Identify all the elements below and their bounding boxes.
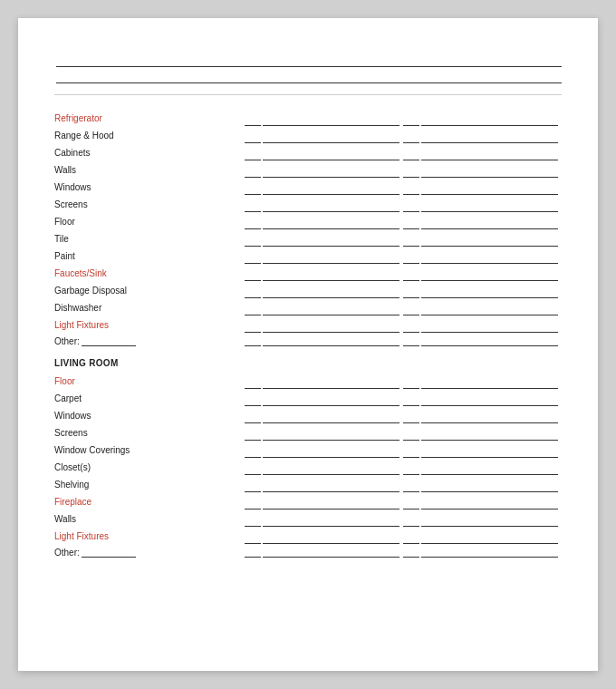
rating-short-line[interactable] [245,464,261,475]
rating-short-line[interactable] [403,184,419,195]
rating-long-line[interactable] [421,499,558,509]
rating-long-line[interactable] [421,184,558,195]
rating-short-line[interactable] [245,481,261,492]
rating-long-line[interactable] [421,395,558,406]
rating-short-line[interactable] [245,201,261,212]
rating-short-line[interactable] [403,150,419,160]
rating-short-line[interactable] [245,378,261,389]
rating-short-line[interactable] [403,447,419,458]
rating-long-line[interactable] [421,270,558,281]
rating-short-line[interactable] [403,533,419,544]
rating-long-line[interactable] [263,287,399,298]
rating-long-line[interactable] [421,547,558,558]
rating-short-line[interactable] [403,132,419,143]
rating-long-line[interactable] [263,547,399,558]
rating-short-line[interactable] [245,516,261,527]
rating-long-line[interactable] [263,305,399,315]
rating-long-line[interactable] [421,150,558,160]
rating-short-line[interactable] [403,201,419,212]
rating-long-line[interactable] [263,533,399,544]
rating-short-line[interactable] [245,533,261,544]
rating-long-line[interactable] [263,395,399,406]
rating-short-line[interactable] [245,132,261,143]
rating-long-line[interactable] [421,430,558,441]
other-input-line[interactable] [82,547,136,558]
rating-short-line[interactable] [403,335,419,346]
rating-long-line[interactable] [263,516,399,527]
rating-long-line[interactable] [263,236,399,247]
rating-short-line[interactable] [403,218,419,229]
rating-long-line[interactable] [263,464,399,475]
rating-long-line[interactable] [421,218,558,229]
rating-long-line[interactable] [421,378,558,389]
rating-long-line[interactable] [263,378,399,389]
rating-short-line[interactable] [403,270,419,281]
rating-short-line[interactable] [245,335,261,346]
rating-long-line[interactable] [421,447,558,458]
rating-short-line[interactable] [403,253,419,264]
rating-long-line[interactable] [263,132,399,143]
rating-short-line[interactable] [245,167,261,178]
rating-long-line[interactable] [421,305,558,315]
rating-short-line[interactable] [245,447,261,458]
rating-short-line[interactable] [245,150,261,160]
rating-short-line[interactable] [403,378,419,389]
rating-short-line[interactable] [403,167,419,178]
rating-short-line[interactable] [403,499,419,509]
rating-long-line[interactable] [263,184,399,195]
rating-long-line[interactable] [263,150,399,160]
rating-short-line[interactable] [245,253,261,264]
rating-long-line[interactable] [263,322,399,333]
rating-short-line[interactable] [245,218,261,229]
rating-short-line[interactable] [245,547,261,558]
rating-short-line[interactable] [245,270,261,281]
rating-short-line[interactable] [245,305,261,315]
rating-long-line[interactable] [263,447,399,458]
rating-short-line[interactable] [403,464,419,475]
rating-short-line[interactable] [403,322,419,333]
rating-long-line[interactable] [421,516,558,527]
rating-short-line[interactable] [403,305,419,315]
rating-short-line[interactable] [245,115,261,126]
rating-short-line[interactable] [245,412,261,423]
rating-long-line[interactable] [421,115,558,126]
rating-long-line[interactable] [421,412,558,423]
rating-short-line[interactable] [403,395,419,406]
rating-long-line[interactable] [421,253,558,264]
rating-short-line[interactable] [403,236,419,247]
rating-short-line[interactable] [403,287,419,298]
rating-long-line[interactable] [421,533,558,544]
rating-long-line[interactable] [263,430,399,441]
rating-short-line[interactable] [245,184,261,195]
rating-long-line[interactable] [421,464,558,475]
rating-long-line[interactable] [263,201,399,212]
rating-long-line[interactable] [263,270,399,281]
rating-short-line[interactable] [245,430,261,441]
rating-long-line[interactable] [263,335,399,346]
rating-long-line[interactable] [421,236,558,247]
rating-long-line[interactable] [263,167,399,178]
rating-short-line[interactable] [245,395,261,406]
rating-short-line[interactable] [245,322,261,333]
rating-long-line[interactable] [421,167,558,178]
rating-long-line[interactable] [421,335,558,346]
rating-short-line[interactable] [245,499,261,509]
rating-short-line[interactable] [403,430,419,441]
rating-long-line[interactable] [421,201,558,212]
other-input-line[interactable] [82,335,136,346]
rating-long-line[interactable] [263,253,399,264]
rating-long-line[interactable] [263,115,399,126]
rating-short-line[interactable] [403,516,419,527]
rating-long-line[interactable] [263,412,399,423]
rating-short-line[interactable] [403,547,419,558]
rating-short-line[interactable] [245,236,261,247]
rating-long-line[interactable] [421,481,558,492]
rating-short-line[interactable] [403,115,419,126]
rating-long-line[interactable] [263,481,399,492]
rating-short-line[interactable] [403,412,419,423]
rating-long-line[interactable] [421,322,558,333]
tenant-input-line[interactable] [56,56,562,67]
rating-long-line[interactable] [263,218,399,229]
address-input-line[interactable] [56,73,562,83]
rating-long-line[interactable] [421,287,558,298]
